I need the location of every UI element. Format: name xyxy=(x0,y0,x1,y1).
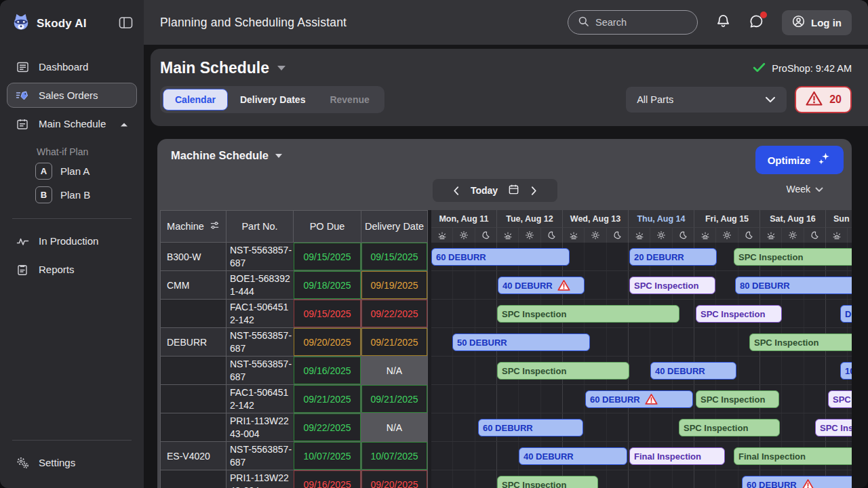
sidebar-item-dashboard[interactable]: Dashboard xyxy=(7,54,137,79)
day-shift-icons xyxy=(629,228,694,243)
sidebar-item-settings[interactable]: Settings xyxy=(7,450,137,475)
task-bar[interactable]: 50 DEBURR xyxy=(452,333,590,351)
activity-icon xyxy=(16,236,29,247)
sidebar-divider xyxy=(12,440,132,441)
task-bar[interactable]: 60 DEBURR xyxy=(431,248,570,266)
task-bar[interactable]: 40 DEBURR xyxy=(650,362,736,380)
gears-icon xyxy=(16,456,29,469)
task-bar-label: 40 DEBURR xyxy=(655,366,705,376)
sidebar-item-plan-b[interactable]: B Plan B xyxy=(35,186,137,203)
sidebar-collapse-button[interactable] xyxy=(117,15,134,33)
machine-cell: ES-V4020 xyxy=(161,442,226,470)
day-column xyxy=(431,300,497,327)
task-bar[interactable]: SPC Inspection xyxy=(497,476,598,488)
sidebar-item-label: Sales Orders xyxy=(39,89,98,101)
shift-column xyxy=(673,470,694,488)
sidebar-item-main-schedule[interactable]: Main Schedule xyxy=(7,111,137,136)
whatif-plan-label: What-if Plan xyxy=(37,146,137,157)
shift-column xyxy=(453,470,475,488)
logo-row: Skody AI xyxy=(7,8,137,39)
part-number-cell: PRI1-113W2243-004 xyxy=(226,470,294,488)
task-bar[interactable]: DEBURR xyxy=(840,305,852,323)
task-bar[interactable]: SPC Inspection xyxy=(749,333,852,351)
shift-column xyxy=(650,413,672,441)
machine-cell xyxy=(161,470,226,488)
day-shift-icons xyxy=(497,228,563,243)
task-bar[interactable]: SPC Inspection xyxy=(629,277,715,294)
notifications-button[interactable] xyxy=(715,14,731,31)
task-bar[interactable]: 60 DEBURR xyxy=(742,476,852,488)
task-bar[interactable]: 60 DEBURR xyxy=(585,390,693,408)
night-shift-icon xyxy=(738,228,760,243)
prev-week-button[interactable] xyxy=(452,184,460,197)
sidebar-divider xyxy=(12,218,132,219)
chat-button[interactable] xyxy=(749,14,764,31)
task-bar[interactable]: 40 DEBURR xyxy=(498,277,585,294)
task-bar[interactable]: SPC Inspection xyxy=(815,419,852,436)
task-bar[interactable]: SPC Inspection xyxy=(828,390,852,408)
fixed-columns: MachinePart No.PO DueDelivery DateB300-W… xyxy=(160,210,428,488)
tab-calendar[interactable]: Calendar xyxy=(163,89,228,110)
day-column xyxy=(431,357,497,384)
task-bar[interactable]: Final Inspection xyxy=(629,447,725,465)
task-bar-label: 10 xyxy=(845,366,852,376)
tab-revenue[interactable]: Revenue xyxy=(317,89,381,110)
sidebar-item-plan-a[interactable]: A Plan A xyxy=(35,163,137,180)
task-bar[interactable]: 60 DEBURR xyxy=(478,419,583,436)
today-button[interactable]: Today xyxy=(471,185,498,196)
parts-filter-select[interactable]: All Parts xyxy=(626,87,787,113)
sidebar-item-in-production[interactable]: In Production xyxy=(7,228,137,253)
user-avatar-icon xyxy=(792,15,805,30)
task-bar[interactable]: 80 DEBURR xyxy=(735,277,852,294)
page-title: Main Schedule xyxy=(160,59,269,77)
sliders-filter-icon[interactable] xyxy=(210,220,220,232)
task-bar[interactable]: SPC Inspection xyxy=(497,362,629,380)
search-box[interactable] xyxy=(568,10,698,35)
task-bar[interactable]: SPC Inspection xyxy=(497,305,679,323)
sidebar-item-reports[interactable]: Reports xyxy=(7,257,137,282)
day-column xyxy=(629,470,694,488)
shift-column xyxy=(431,357,453,384)
task-bar[interactable]: SPC Inspection xyxy=(734,248,852,266)
machine-cell: DEBURR xyxy=(161,328,226,356)
shift-column xyxy=(431,442,453,470)
shift-column xyxy=(453,413,475,441)
tab-delivery-dates[interactable]: Delivery Dates xyxy=(228,89,318,110)
day-header: Fri, Aug 15 xyxy=(694,210,760,228)
dawn-shift-icon xyxy=(826,228,848,243)
part-number-cell: FAC1-5064512-142 xyxy=(226,300,294,327)
task-bar-label: 20 DEBURR xyxy=(634,252,684,262)
sidebar-item-sales-orders[interactable]: Sales Orders xyxy=(7,83,137,108)
schedule-header-band: Main Schedule ProShop: 9:42 AM Calendar … xyxy=(151,49,868,126)
gantt-day-row: Mon, Aug 11Tue, Aug 12Wed, Aug 13Thu, Au… xyxy=(431,210,852,228)
chevron-down-icon[interactable] xyxy=(277,66,285,70)
task-bar-label: SPC Inspection xyxy=(754,338,818,348)
alerts-badge[interactable]: 20 xyxy=(795,86,852,113)
task-bar[interactable]: SPC Inspection xyxy=(696,390,779,408)
dawn-shift-icon xyxy=(694,228,716,243)
shift-column xyxy=(475,385,496,413)
machine-cell xyxy=(161,385,226,413)
task-bar[interactable]: 10 xyxy=(840,362,852,380)
column-header-label: Part No. xyxy=(241,221,277,232)
shift-column xyxy=(585,243,606,270)
day-shift-icon xyxy=(782,228,804,243)
shift-column xyxy=(804,357,825,384)
task-bar[interactable]: Final Inspection xyxy=(734,447,852,465)
task-bar[interactable]: 40 DEBURR xyxy=(519,447,627,465)
calendar-icon[interactable] xyxy=(508,184,519,198)
shift-column xyxy=(497,385,519,413)
optimize-button[interactable]: Optimize xyxy=(755,146,844,174)
sidebar-item-label: Dashboard xyxy=(39,61,88,73)
login-button[interactable]: Log in xyxy=(782,10,852,35)
task-bar[interactable]: SPC Inspection xyxy=(679,419,780,436)
warning-icon xyxy=(557,279,571,291)
chevron-down-icon[interactable] xyxy=(275,154,282,158)
range-selector[interactable]: Week xyxy=(786,183,823,195)
task-bar[interactable]: 20 DEBURR xyxy=(629,248,717,266)
shift-column xyxy=(519,385,540,413)
search-input[interactable] xyxy=(595,17,677,28)
task-bar[interactable]: SPC Inspection xyxy=(696,305,782,323)
next-week-button[interactable] xyxy=(530,184,538,197)
delivery-date-cell: 09/15/2025 xyxy=(361,243,427,270)
